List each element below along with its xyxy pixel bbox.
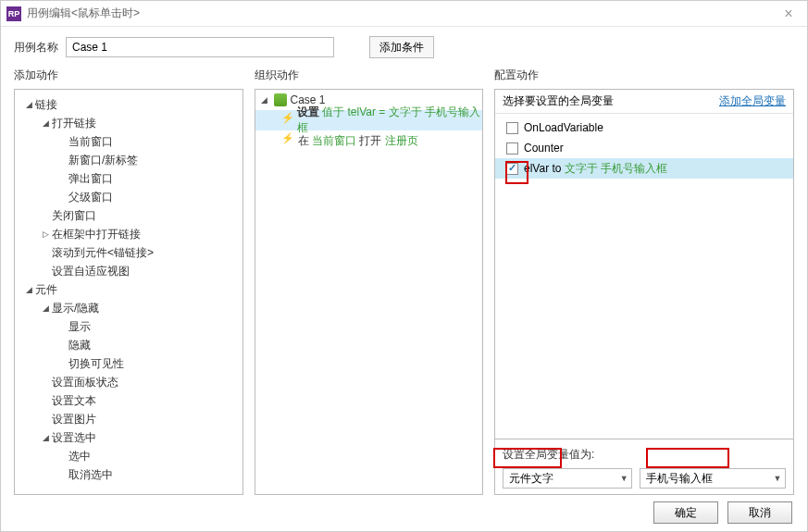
checkbox[interactable] bbox=[506, 142, 518, 155]
org-action-set-var[interactable]: 设置 值于 telVar = 文字于 手机号输入框 bbox=[255, 110, 483, 130]
chevron-down-icon[interactable]: ▼ bbox=[616, 474, 631, 483]
case-name-input[interactable] bbox=[66, 37, 334, 57]
tree-group-widget[interactable]: ◢元件 bbox=[19, 280, 239, 299]
tree-item-hide[interactable]: ◢隐藏 bbox=[19, 336, 239, 354]
tree-group-open-link[interactable]: ◢打开链接 bbox=[19, 114, 239, 132]
tree-item-scroll-anchor[interactable]: ◢滚动到元件<锚链接> bbox=[19, 243, 239, 262]
case-name-row: 用例名称 添加条件 bbox=[1, 27, 807, 64]
select-global-var-label: 选择要设置的全局变量 bbox=[503, 93, 614, 109]
organize-pane: ◢ Case 1 设置 值于 telVar = 文字于 手机号输入框 在 当前窗… bbox=[255, 89, 484, 495]
app-logo: RP bbox=[6, 6, 21, 21]
var-row-counter[interactable]: Counter bbox=[495, 138, 793, 158]
ok-button[interactable]: 确定 bbox=[653, 501, 718, 524]
tree-item-current-window[interactable]: ◢当前窗口 bbox=[19, 132, 239, 151]
widget-input[interactable] bbox=[640, 469, 770, 488]
tree-group-link[interactable]: ◢链接 bbox=[19, 95, 239, 114]
close-icon[interactable]: × bbox=[776, 6, 802, 22]
configure-bottom: 设置全局变量值为: ▼ ▼ bbox=[495, 439, 793, 494]
add-action-title: 添加动作 bbox=[14, 68, 243, 83]
tree-item-parent-window[interactable]: ◢父级窗口 bbox=[19, 188, 239, 206]
footer-buttons: 确定 取消 bbox=[653, 501, 792, 524]
bolt-icon bbox=[281, 114, 293, 127]
value-type-input[interactable] bbox=[503, 469, 616, 488]
value-type-combo[interactable]: ▼ bbox=[503, 468, 632, 489]
tree-group-set-selected[interactable]: ◢设置选中 bbox=[19, 428, 239, 447]
action-tree-pane: ◢链接 ◢打开链接 ◢当前窗口 ◢新窗口/新标签 ◢弹出窗口 ◢父级窗口 ◢关闭… bbox=[14, 89, 243, 495]
var-name: Counter bbox=[524, 142, 564, 155]
tree-item-set-image[interactable]: ◢设置图片 bbox=[19, 410, 239, 428]
tree-item-open-in-frame[interactable]: ▷在框架中打开链接 bbox=[19, 225, 239, 243]
organize-title: 组织动作 bbox=[255, 68, 484, 83]
tree-item-new-window[interactable]: ◢新窗口/新标签 bbox=[19, 151, 239, 169]
add-condition-button[interactable]: 添加条件 bbox=[369, 36, 434, 58]
configure-pane: 选择要设置的全局变量 添加全局变量 OnLoadVariable Counter… bbox=[494, 89, 794, 495]
configure-header: 选择要设置的全局变量 添加全局变量 bbox=[495, 90, 793, 114]
bolt-icon bbox=[281, 134, 294, 147]
tree-item-toggle-vis[interactable]: ◢切换可见性 bbox=[19, 354, 239, 373]
var-name: elVar to 文字于 手机号输入框 bbox=[524, 161, 667, 177]
tree-group-showhide[interactable]: ◢显示/隐藏 bbox=[19, 299, 239, 317]
checkbox[interactable] bbox=[506, 122, 518, 134]
case-name-label: 用例名称 bbox=[14, 40, 58, 56]
tree-item-selected[interactable]: ◢选中 bbox=[19, 447, 239, 465]
var-name: OnLoadVariable bbox=[524, 121, 603, 134]
tree-item-set-adaptive[interactable]: ◢设置自适应视图 bbox=[19, 262, 239, 280]
window-title: 用例编辑<鼠标单击时> bbox=[27, 6, 140, 21]
case-icon bbox=[274, 93, 287, 106]
tree-item-set-text[interactable]: ◢设置文本 bbox=[19, 391, 239, 410]
add-global-var-link[interactable]: 添加全局变量 bbox=[719, 93, 786, 109]
widget-combo[interactable]: ▼ bbox=[640, 468, 786, 489]
cancel-button[interactable]: 取消 bbox=[727, 501, 792, 524]
chevron-down-icon[interactable]: ▼ bbox=[770, 474, 785, 483]
tree-item-popup[interactable]: ◢弹出窗口 bbox=[19, 169, 239, 188]
configure-title: 配置动作 bbox=[494, 68, 794, 83]
var-row-onload[interactable]: OnLoadVariable bbox=[495, 118, 793, 138]
checkbox-checked[interactable] bbox=[506, 163, 518, 175]
set-value-label: 设置全局变量值为: bbox=[503, 447, 786, 463]
title-bar: RP 用例编辑<鼠标单击时> × bbox=[1, 1, 807, 27]
tree-item-show[interactable]: ◢显示 bbox=[19, 317, 239, 336]
tree-item-unselect[interactable]: ◢取消选中 bbox=[19, 465, 239, 484]
var-row-telvar[interactable]: elVar to 文字于 手机号输入框 bbox=[495, 158, 793, 179]
tree-item-set-panel-state[interactable]: ◢设置面板状态 bbox=[19, 373, 239, 391]
tree-item-close-window[interactable]: ◢关闭窗口 bbox=[19, 206, 239, 225]
